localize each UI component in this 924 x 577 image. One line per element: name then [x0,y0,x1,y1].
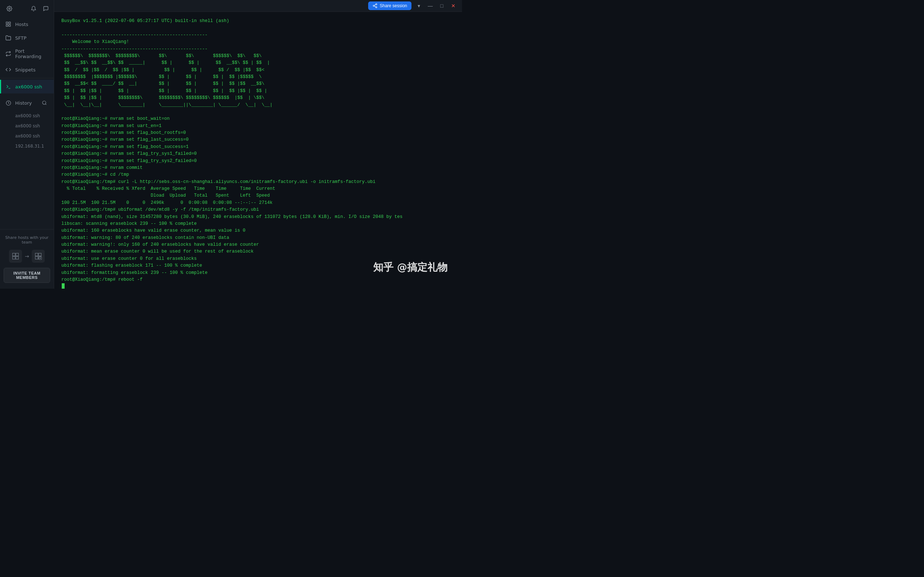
invite-team-members-button[interactable]: INVITE TEAM MEMBERS [3,268,50,283]
port-forwarding-label: Port Forwarding [15,48,49,59]
sidebar-top [0,0,54,17]
terminal-text: BusyBox v1.25.1 (2022-07-06 05:27:17 UTC… [61,18,455,283]
sidebar-item-snippets[interactable]: Snippets [0,63,54,76]
minimize-icon: — [428,3,433,9]
terminal-cursor [62,283,65,288]
history-label-container: History [5,100,32,106]
svg-rect-4 [6,24,8,26]
hosts-label: Hosts [15,22,28,27]
team-box-right [32,250,45,263]
terminal-icon [5,83,11,90]
sftp-icon [5,35,11,41]
minimize-button[interactable]: — [426,2,435,10]
svg-point-20 [376,3,377,5]
maximize-icon: □ [440,3,443,9]
share-session-button[interactable]: Share session [368,2,411,10]
titlebar: Share session ▾ — □ ✕ [54,0,462,12]
titlebar-actions: Share session ▾ — □ ✕ [368,2,458,10]
svg-rect-9 [12,253,15,256]
share-hosts-label: Share hosts with your team [3,235,50,245]
history-header: History [0,96,54,110]
history-item-0[interactable]: ax6000 ssh [0,111,54,121]
share-session-label: Share session [380,3,407,8]
messages-button[interactable] [42,4,50,13]
svg-line-23 [374,6,376,7]
svg-line-24 [374,5,376,5]
team-icon-row: → [3,250,50,263]
close-button[interactable]: ✕ [449,2,458,10]
sftp-label: SFTP [15,35,26,41]
port-forwarding-icon [5,50,11,57]
history-search-button[interactable] [40,98,49,107]
sidebar-item-hosts[interactable]: Hosts [0,17,54,31]
svg-rect-11 [16,256,18,259]
arrow-right-icon: → [25,253,29,259]
svg-line-8 [45,104,47,105]
sidebar-item-sftp[interactable]: SFTP [0,31,54,45]
svg-point-21 [373,5,375,6]
history-item-2[interactable]: ax6000 ssh [0,131,54,141]
hosts-icon [5,21,11,27]
svg-point-22 [376,6,377,8]
notifications-button[interactable] [29,4,38,13]
svg-rect-10 [16,253,18,256]
history-item-3[interactable]: 192.168.31.1 [0,141,54,151]
history-items-list: ax6000 ssh ax6000 ssh ax6000 ssh 192.168… [0,110,54,152]
history-section: History ax6000 ssh ax6000 ssh ax6000 ssh… [0,93,54,154]
maximize-button[interactable]: □ [437,2,446,10]
active-session-label: ax6000 ssh [15,84,42,90]
svg-point-0 [9,8,10,10]
chevron-down-icon: ▾ [418,3,420,9]
sidebar-item-port-forwarding[interactable]: Port Forwarding [0,45,54,63]
divider-1 [0,78,54,78]
svg-rect-12 [12,256,15,259]
settings-button[interactable] [5,4,14,13]
svg-rect-13 [35,253,38,256]
sidebar: Hosts SFTP Port Forwarding Snipp [0,0,54,288]
active-session-item[interactable]: ax6000 ssh [0,80,54,93]
terminal-output[interactable]: BusyBox v1.25.1 (2022-07-06 05:27:17 UTC… [54,12,462,288]
main-content: Share session ▾ — □ ✕ BusyBox v1.25.1 (2… [54,0,462,288]
sidebar-bottom: Share hosts with your team → INVITE TEA [0,229,54,288]
snippets-label: Snippets [15,67,35,73]
svg-rect-2 [9,22,10,24]
svg-rect-16 [35,256,38,259]
cursor-line [61,283,455,288]
history-item-1[interactable]: ax6000 ssh [0,121,54,131]
svg-point-7 [43,101,46,104]
svg-rect-14 [39,253,42,256]
svg-rect-1 [6,22,8,24]
team-box-left [9,250,22,263]
history-text: History [15,100,32,106]
close-icon: ✕ [451,3,455,9]
snippets-icon [5,66,11,73]
svg-rect-3 [9,24,10,26]
history-icon [5,100,11,106]
chevron-down-button[interactable]: ▾ [414,2,423,10]
